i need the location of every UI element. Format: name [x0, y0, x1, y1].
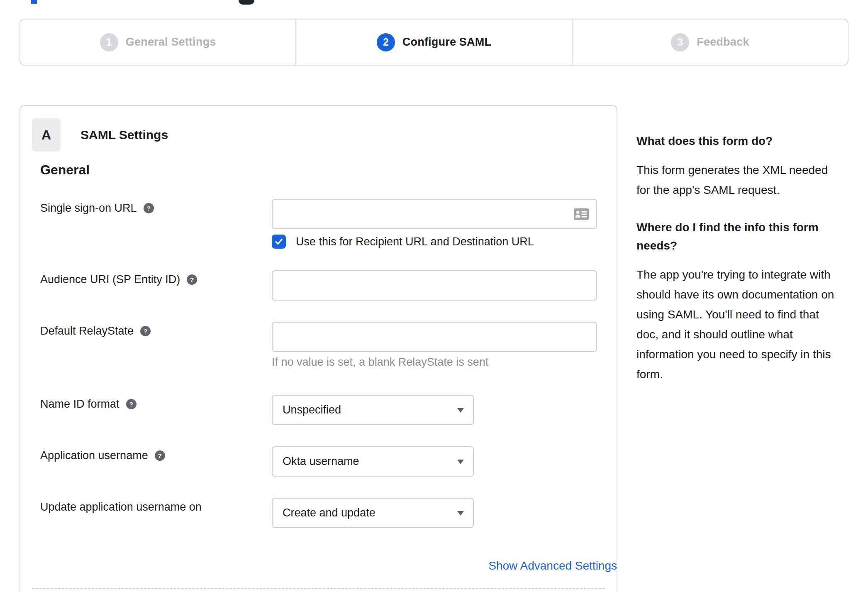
step-1-number-badge: 1 [100, 33, 118, 51]
update-username-value: Create and update [283, 506, 375, 519]
chevron-down-icon [457, 511, 464, 516]
audience-uri-help-icon[interactable]: ? [187, 274, 197, 285]
section-a-badge: A [32, 118, 61, 152]
update-username-label: Update application username on [40, 501, 202, 514]
relaystate-row: Default RelayState ? [40, 322, 616, 352]
advanced-settings-row: Show Advanced Settings [272, 559, 617, 572]
step-configure-saml[interactable]: 2 Configure SAML [295, 20, 571, 65]
general-section-heading: General [40, 162, 90, 178]
sidebar-paragraph-where: The app you're trying to integrate with … [636, 265, 846, 384]
show-advanced-settings-link[interactable]: Show Advanced Settings [488, 559, 617, 572]
sidebar-heading-where: Where do I find the info this form needs… [636, 218, 846, 255]
audience-uri-label: Audience URI (SP Entity ID) [40, 273, 180, 286]
name-id-format-value: Unspecified [283, 404, 341, 416]
app-username-label-wrap: Application username ? [40, 446, 165, 465]
relaystate-hint: If no value is set, a blank RelayState i… [272, 356, 488, 369]
chevron-down-icon [457, 408, 464, 413]
name-id-format-label-wrap: Name ID format ? [40, 395, 137, 413]
section-dashed-divider [32, 588, 605, 589]
update-username-label-wrap: Update application username on [40, 498, 202, 516]
panel-title: SAML Settings [80, 128, 168, 142]
update-username-row: Update application username on Create an… [40, 498, 616, 528]
step-feedback[interactable]: 3 Feedback [572, 20, 848, 65]
step-3-label: Feedback [697, 36, 749, 49]
app-username-value: Okta username [283, 455, 359, 468]
sso-url-input[interactable] [272, 199, 597, 229]
app-username-help-icon[interactable]: ? [155, 450, 165, 461]
help-sidebar: What does this form do? This form genera… [636, 134, 846, 384]
sso-url-help-icon[interactable]: ? [144, 203, 154, 213]
audience-uri-input[interactable] [272, 270, 597, 301]
app-username-label: Application username [40, 449, 148, 462]
audience-uri-label-wrap: Audience URI (SP Entity ID) ? [40, 270, 197, 289]
contact-card-icon[interactable] [574, 208, 589, 220]
sso-url-row: Single sign-on URL ? [40, 199, 616, 230]
recipient-url-checkbox[interactable] [272, 235, 286, 249]
relaystate-label: Default RelayState [40, 325, 134, 338]
step-1-label: General Settings [126, 36, 216, 49]
sso-url-label-wrap: Single sign-on URL ? [40, 199, 154, 217]
name-id-format-label: Name ID format [40, 398, 119, 411]
sidebar-heading-what: What does this form do? [636, 134, 846, 149]
relaystate-label-wrap: Default RelayState ? [40, 322, 151, 340]
app-username-row: Application username ? Okta username [40, 446, 616, 477]
app-username-select[interactable]: Okta username [272, 446, 474, 477]
step-3-number-badge: 3 [671, 33, 689, 51]
update-username-select[interactable]: Create and update [272, 498, 474, 528]
chevron-down-icon [457, 460, 464, 464]
cutoff-logo-fragment [31, 0, 37, 4]
cutoff-app-icon-fragment [239, 0, 254, 5]
wizard-stepper: 1 General Settings 2 Configure SAML 3 Fe… [20, 19, 848, 66]
step-general-settings[interactable]: 1 General Settings [20, 20, 295, 65]
panel-header: A SAML Settings [32, 118, 168, 152]
relaystate-help-icon[interactable]: ? [140, 326, 151, 336]
audience-uri-row: Audience URI (SP Entity ID) ? [40, 270, 616, 301]
recipient-url-checkbox-row: Use this for Recipient URL and Destinati… [272, 235, 534, 249]
name-id-format-help-icon[interactable]: ? [126, 399, 137, 409]
relaystate-input[interactable] [272, 322, 597, 352]
name-id-format-select[interactable]: Unspecified [272, 395, 474, 425]
checkmark-icon [274, 237, 284, 247]
step-2-label: Configure SAML [402, 36, 491, 49]
recipient-url-checkbox-label: Use this for Recipient URL and Destinati… [296, 235, 534, 248]
name-id-format-row: Name ID format ? Unspecified [40, 395, 616, 426]
saml-settings-panel: A SAML Settings General Single sign-on U… [20, 105, 617, 592]
sso-url-label: Single sign-on URL [40, 202, 137, 215]
step-2-number-badge: 2 [377, 33, 395, 51]
sidebar-paragraph-what: This form generates the XML needed for t… [636, 160, 846, 200]
